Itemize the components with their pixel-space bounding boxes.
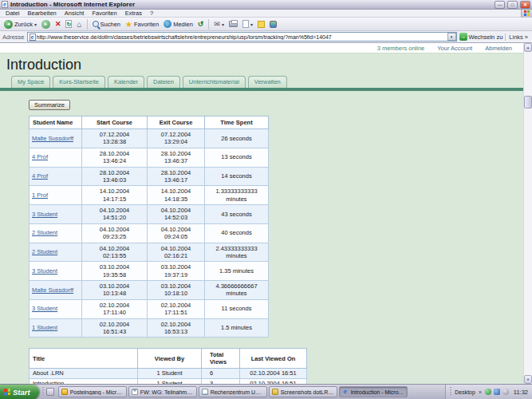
portal-tabs: My SpaceKurs-StartseiteKalenderDateienUn… bbox=[11, 76, 523, 88]
session-row: 3 Student02.10.200417:11:4002.10.200417:… bbox=[30, 299, 269, 318]
taskbar-task-introduction-micros[interactable]: eIntroduction - Micros... bbox=[339, 386, 408, 397]
mail-button[interactable]: ✉ ▾ bbox=[212, 19, 226, 29]
session-exit-cell-date: 04.10.2004 bbox=[150, 207, 202, 214]
taskbar-task-rechenzentrum-uni-k[interactable]: Rechenzentrum Uni K... bbox=[199, 386, 267, 397]
menu-item-extras[interactable]: Extras bbox=[121, 10, 146, 17]
favorites-button[interactable]: ★ Favoriten bbox=[124, 19, 160, 30]
scroll-up-button[interactable]: ▲ bbox=[524, 43, 532, 52]
tray-status-green-icon[interactable] bbox=[485, 389, 491, 395]
your-account-link[interactable]: Your Account bbox=[437, 45, 472, 52]
discuss-button[interactable] bbox=[256, 20, 266, 29]
media-button[interactable]: ♪ Medien bbox=[162, 19, 195, 29]
student-link[interactable]: 3 Student bbox=[32, 267, 57, 275]
student-link[interactable]: 2 Student bbox=[32, 229, 57, 236]
go-arrow-icon: → bbox=[459, 33, 467, 41]
session-row: Malte Sussdorff03.10.200410:13:4803.10.2… bbox=[30, 281, 269, 300]
student-link[interactable]: 3 Student bbox=[32, 211, 57, 218]
windows-logo-icon bbox=[521, 10, 532, 18]
tab-unterrichtsmaterial[interactable]: Unterrichtsmaterial bbox=[183, 76, 246, 88]
summarize-button[interactable]: Summarize bbox=[29, 100, 70, 110]
session-student-cell: 4 Prof bbox=[30, 148, 82, 167]
session-start-cell: 14.10.200414:17:15 bbox=[82, 186, 148, 205]
menu-item-item[interactable]: ? bbox=[146, 10, 157, 17]
stop-button[interactable]: ✕ bbox=[53, 19, 63, 29]
session-start-cell-time: 10:13:48 bbox=[85, 290, 144, 297]
links-toolbar[interactable]: Links » bbox=[505, 34, 530, 41]
taskbar-task-screenshots-dotlrn[interactable]: Screenshots dotLRN... bbox=[269, 386, 337, 397]
menu-item-favoriten[interactable]: Favoriten bbox=[88, 10, 120, 17]
go-button[interactable]: → Wechseln zu bbox=[459, 33, 503, 41]
taskbar-task-posteingang-micros[interactable]: Posteingang - Micros... bbox=[58, 386, 127, 397]
tray-grip[interactable] bbox=[450, 387, 451, 397]
back-button[interactable]: ◄ Zurück ▾ bbox=[2, 19, 38, 30]
outlook-task-icon bbox=[61, 389, 68, 395]
taskbar-clock: 11:32 bbox=[512, 389, 528, 396]
student-link[interactable]: Malte Sussdorff bbox=[32, 286, 73, 294]
menu-item-datei[interactable]: Datei bbox=[2, 10, 24, 17]
print-button[interactable] bbox=[227, 20, 239, 28]
session-start-cell: 04.10.200402:13:55 bbox=[82, 243, 148, 262]
scroll-down-button[interactable]: ▼ bbox=[524, 375, 532, 384]
search-button[interactable]: Suchen bbox=[91, 20, 122, 29]
views-total-cell: 3 bbox=[202, 378, 240, 384]
session-start-cell-date: 04.10.2004 bbox=[85, 207, 144, 214]
restore-button[interactable]: □ bbox=[507, 1, 518, 9]
session-start-cell-date: 28.10.2004 bbox=[85, 150, 144, 157]
refresh-button[interactable]: ↻ bbox=[64, 19, 73, 29]
student-link[interactable]: 1 Student bbox=[32, 324, 57, 331]
media-label: Medien bbox=[173, 21, 193, 28]
session-row: 1 Student02.10.200416:51:4302.10.200416:… bbox=[30, 318, 269, 338]
student-link[interactable]: 2 Student bbox=[32, 248, 57, 255]
session-timespent-cell: 1.35 minutes bbox=[205, 262, 269, 281]
close-button[interactable]: ✕ bbox=[520, 1, 530, 9]
session-start-cell-date: 04.10.2004 bbox=[85, 226, 144, 233]
history-button[interactable]: ↺ bbox=[196, 19, 206, 29]
desktop-toolbar-label[interactable]: Desktop bbox=[455, 389, 475, 395]
desktop-screen: e Introduction - Microsoft Internet Expl… bbox=[0, 0, 532, 399]
views-lastviewed-cell: 02.10.2004 16:51 bbox=[240, 369, 307, 378]
tab-verwalten[interactable]: Verwalten bbox=[248, 76, 287, 88]
student-link[interactable]: 3 Student bbox=[32, 305, 57, 312]
scrollbar-thumb[interactable] bbox=[524, 96, 532, 109]
session-row: 3 Student04.10.200414:51:2004.10.200414:… bbox=[30, 205, 269, 224]
tray-chevron-icon[interactable]: » bbox=[479, 389, 482, 395]
student-link[interactable]: 4 Prof bbox=[32, 172, 48, 180]
minimize-button[interactable]: — bbox=[495, 1, 505, 9]
views-header-total-views: Total Views bbox=[202, 349, 240, 369]
tab-kalender[interactable]: Kalender bbox=[108, 76, 144, 88]
address-dropdown-button[interactable]: ▾ bbox=[447, 33, 456, 41]
student-link[interactable]: 4 Prof bbox=[32, 153, 48, 160]
vertical-scrollbar[interactable]: ▲ ▼ bbox=[523, 43, 532, 384]
tray-volume-icon[interactable] bbox=[502, 389, 509, 395]
tray-network-icon[interactable] bbox=[494, 389, 500, 395]
session-row: 2 Student04.10.200409:23:2504.10.200409:… bbox=[30, 223, 269, 243]
session-exit-cell: 14.10.200414:18:35 bbox=[148, 186, 205, 205]
views-title-cell: About .LRN bbox=[30, 369, 138, 378]
refresh-icon: ↻ bbox=[65, 20, 72, 28]
edit-page-icon bbox=[242, 20, 249, 28]
home-button[interactable]: ⌂ bbox=[75, 19, 83, 30]
show-desktop-icon[interactable] bbox=[46, 388, 54, 396]
views-header-last-viewed-on: Last Viewed On bbox=[240, 349, 307, 369]
taskbar-task-fw-wg-teilnahme-v[interactable]: FW: WG: Teilnahme v... bbox=[128, 386, 197, 397]
session-exit-cell-time: 17:11:51 bbox=[150, 309, 202, 316]
tab-dateien[interactable]: Dateien bbox=[147, 76, 180, 88]
session-exit-cell-date: 28.10.2004 bbox=[150, 169, 202, 176]
start-button[interactable]: Start bbox=[0, 385, 39, 399]
logout-link[interactable]: Abmelden bbox=[485, 45, 512, 52]
menu-item-ansicht[interactable]: Ansicht bbox=[61, 10, 89, 17]
tab-my-space[interactable]: My Space bbox=[11, 76, 50, 88]
session-student-cell: 1 Student bbox=[30, 318, 82, 338]
student-link[interactable]: Malte Sussdorff bbox=[32, 135, 73, 142]
messenger-button[interactable] bbox=[268, 20, 278, 29]
sessions-header-exit-course: Exit Course bbox=[148, 117, 205, 129]
forward-button[interactable]: ► bbox=[40, 19, 52, 30]
address-input[interactable] bbox=[36, 34, 447, 40]
menu-item-bearbeiten[interactable]: Bearbeiten bbox=[24, 10, 61, 17]
quick-launch-grip[interactable] bbox=[42, 387, 44, 397]
edit-button[interactable]: ▾ bbox=[241, 19, 254, 29]
student-link[interactable]: 1 Prof bbox=[32, 192, 48, 199]
tab-kurs-startseite[interactable]: Kurs-Startseite bbox=[53, 76, 105, 88]
session-student-cell: 3 Student bbox=[30, 299, 82, 318]
session-start-cell-time: 14:17:15 bbox=[85, 196, 144, 203]
